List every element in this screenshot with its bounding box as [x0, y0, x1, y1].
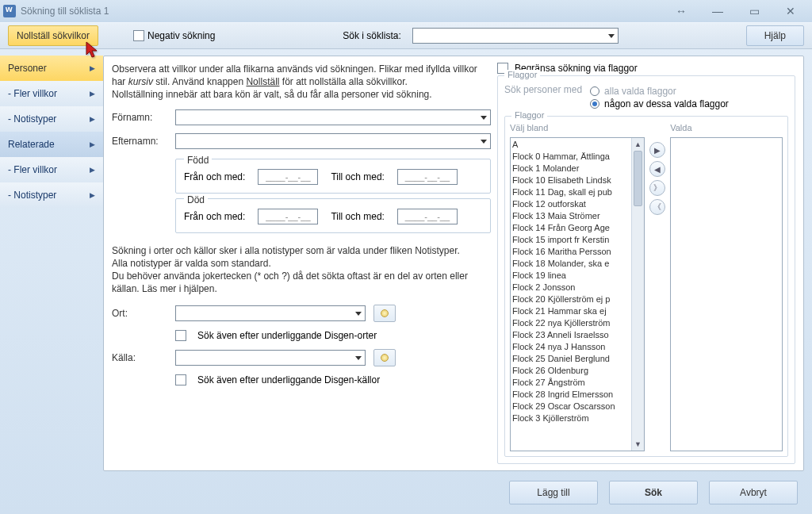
selected-header: Valda: [670, 123, 783, 132]
selected-flags-list[interactable]: [670, 137, 783, 451]
chevron-right-icon: ▶: [90, 64, 95, 72]
ort-hint-button[interactable]: [373, 305, 396, 322]
reset-label: Nollställ sökvilkor: [17, 30, 90, 41]
chevron-right-icon: ▶: [90, 166, 95, 174]
list-item[interactable]: Flock 24 nya J Hansson: [512, 341, 630, 353]
list-item[interactable]: A: [512, 139, 630, 151]
add-button[interactable]: Lägg till: [509, 481, 598, 504]
list-item[interactable]: Flock 11 Dag, skall ej pub: [512, 186, 630, 198]
tab-personer[interactable]: Personer▶: [0, 56, 103, 81]
window-title: Sökning till söklista 1: [21, 6, 109, 17]
list-item[interactable]: Flock 15 import fr Kerstin: [512, 234, 630, 246]
move-right-button[interactable]: ▶: [649, 142, 665, 158]
search-with-label: Sök personer med: [504, 84, 582, 95]
list-item[interactable]: Flock 19 linea: [512, 270, 630, 282]
negative-search-checkbox[interactable]: Negativ sökning: [133, 30, 215, 41]
radio-any-flags[interactable]: någon av dessa valda flaggor: [590, 98, 729, 109]
toolbar: Nollställ sökvilkor Negativ sökning Sök …: [0, 22, 812, 49]
search-in-label: Sök i söklista:: [343, 30, 400, 41]
available-header: Välj bland: [510, 123, 645, 132]
search-button[interactable]: Sök: [609, 481, 698, 504]
flags-selector: Flaggor Välj bland Valda AFlock 0 Hammar…: [504, 116, 788, 457]
bulb-icon: [381, 309, 389, 317]
firstname-input[interactable]: [175, 109, 491, 125]
checkbox-icon: [133, 30, 144, 41]
lastname-input[interactable]: [175, 133, 491, 149]
list-item[interactable]: Flock 28 Ingrid Elmersson: [512, 389, 630, 401]
born-fieldset: Född Från och med: ____-__-__ Till och m…: [175, 159, 491, 194]
list-item[interactable]: Flock 25 Daniel Berglund: [512, 353, 630, 365]
ort-sub-checkbox[interactable]: Sök även efter underliggande Disgen-orte…: [112, 330, 491, 341]
minimize-button[interactable]: —: [699, 2, 736, 21]
list-item[interactable]: Flock 23 Anneli Israelsso: [512, 329, 630, 341]
list-item[interactable]: Flock 12 outforskat: [512, 198, 630, 210]
titlebar: Sökning till söklista 1 ↔ — ▭ ✕: [0, 0, 812, 22]
born-from-input[interactable]: ____-__-__: [258, 169, 318, 185]
move-left-button[interactable]: ◀: [649, 161, 665, 177]
tab-notistyper-2[interactable]: - Notistyper▶: [0, 182, 103, 208]
list-item[interactable]: Flock 0 Hammar, Ättlinga: [512, 151, 630, 163]
info-text: Observera att villkor under alla flikarn…: [112, 63, 491, 102]
ort-input[interactable]: [175, 305, 366, 321]
flags-group: Flaggor Sök personer med alla valda flag…: [497, 75, 795, 464]
tab-fler-villkor-2[interactable]: - Fler villkor▶: [0, 157, 103, 182]
main-panel: Observera att villkor under alla flikarn…: [103, 56, 804, 471]
born-to-input[interactable]: ____-__-__: [397, 169, 458, 185]
dead-to-input[interactable]: ____-__-__: [397, 209, 458, 224]
radio-icon: [590, 99, 599, 109]
checkbox-icon: [175, 374, 186, 386]
reset-conditions-button[interactable]: Nollställ sökvilkor: [8, 25, 98, 46]
scroll-thumb[interactable]: [634, 151, 642, 206]
kalla-hint-button[interactable]: [373, 349, 396, 366]
kalla-input[interactable]: [175, 350, 366, 366]
cancel-button[interactable]: Avbryt: [709, 481, 798, 504]
radio-all-flags[interactable]: alla valda flaggor: [590, 86, 729, 97]
list-item[interactable]: Flock 10 Elisabeth Lindsk: [512, 175, 630, 186]
note-text: Sökning i orter och källor sker i alla n…: [112, 244, 491, 296]
dead-from-input[interactable]: ____-__-__: [258, 209, 318, 224]
move-all-right-button[interactable]: 》: [649, 180, 665, 196]
search-list-select[interactable]: [412, 28, 619, 44]
chevron-right-icon: ▶: [90, 115, 95, 123]
list-item[interactable]: Flock 16 Maritha Persson: [512, 246, 630, 258]
radio-icon: [590, 86, 599, 96]
tab-fler-villkor-1[interactable]: - Fler villkor▶: [0, 81, 103, 106]
list-item[interactable]: Flock 13 Maia Strömer: [512, 210, 630, 222]
app-window: Sökning till söklista 1 ↔ — ▭ ✕ Nollstäl…: [0, 0, 812, 514]
dead-fieldset: Död Från och med: ____-__-__ Till och me…: [175, 198, 491, 233]
content-area: Personer▶ - Fler villkor▶ - Notistyper▶ …: [0, 49, 812, 471]
list-item[interactable]: Flock 29 Oscar Oscarsson: [512, 401, 630, 412]
list-item[interactable]: Flock 20 Kjöllerström ej p: [512, 293, 630, 305]
tab-notistyper-1[interactable]: - Notistyper▶: [0, 106, 103, 132]
firstname-label: Förnamn:: [112, 112, 167, 123]
list-item[interactable]: Flock 3 Kjöllerström: [512, 412, 630, 424]
footer: Lägg till Sök Avbryt: [0, 471, 812, 514]
scrollbar[interactable]: ▲ ▼: [631, 138, 644, 451]
list-item[interactable]: Flock 14 Från Georg Age: [512, 222, 630, 234]
move-all-left-button[interactable]: 《: [649, 199, 665, 215]
scroll-down-icon[interactable]: ▼: [632, 438, 644, 451]
bulb-icon: [381, 354, 389, 362]
kalla-label: Källa:: [112, 352, 167, 363]
chevron-right-icon: ▶: [90, 191, 95, 199]
close-button[interactable]: ✕: [772, 2, 809, 21]
chevron-right-icon: ▶: [90, 140, 95, 148]
restore-move-icon[interactable]: ↔: [663, 2, 699, 21]
ort-label: Ort:: [112, 308, 167, 319]
list-item[interactable]: Flock 2 Jonsson: [512, 282, 630, 293]
list-item[interactable]: Flock 26 Oldenburg: [512, 365, 630, 377]
kalla-sub-checkbox[interactable]: Sök även efter underliggande Disgen-käll…: [112, 374, 491, 386]
restrict-flags-checkbox[interactable]: Begränsa sökning via flaggor: [497, 63, 795, 74]
help-button[interactable]: Hjälp: [746, 25, 804, 46]
search-form: Observera att villkor under alla flikarn…: [112, 63, 491, 464]
scroll-up-icon[interactable]: ▲: [632, 138, 644, 151]
list-item[interactable]: Flock 1 Molander: [512, 163, 630, 175]
list-item[interactable]: Flock 18 Molander, ska e: [512, 258, 630, 270]
list-item[interactable]: Flock 27 Ångström: [512, 377, 630, 389]
available-flags-list[interactable]: AFlock 0 Hammar, ÄttlingaFlock 1 Molande…: [510, 137, 645, 451]
list-item[interactable]: Flock 22 nya Kjöllerström: [512, 317, 630, 329]
tab-relaterade[interactable]: Relaterade▶: [0, 132, 103, 157]
maximize-button[interactable]: ▭: [736, 2, 772, 21]
flags-panel: Begränsa sökning via flaggor Flaggor Sök…: [497, 63, 795, 464]
list-item[interactable]: Flock 21 Hammar ska ej: [512, 305, 630, 317]
